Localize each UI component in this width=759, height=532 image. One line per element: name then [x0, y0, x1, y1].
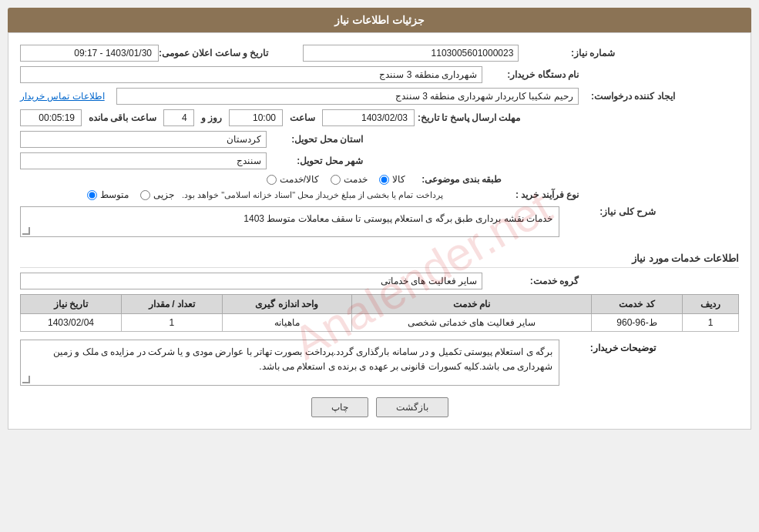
table-cell-row: 1 — [682, 314, 738, 332]
service-group-value: سایر فعالیت های خدماتی — [20, 273, 482, 289]
buyer-notes-value: برگه ی استعلام پیوستی تکمیل و در سامانه … — [20, 340, 559, 386]
print-button[interactable]: چاپ — [311, 397, 368, 417]
back-button[interactable]: بازگشت — [376, 397, 448, 417]
purchase-type-note: پرداخت تمام یا بخشی از مبلغ خریداز محل "… — [182, 190, 443, 200]
need-number-row: شماره نیاز: 1103005601000023 تاریخ و ساع… — [20, 45, 739, 62]
table-cell-name: سایر فعالیت های خدماتی شخصی — [351, 314, 592, 332]
buyer-org-row: نام دستگاه خریدار: شهرداری منطقه 3 سنندج — [20, 66, 739, 83]
reply-time-label: ساعت — [286, 112, 319, 123]
table-cell-date: 1403/02/04 — [21, 314, 122, 332]
city-row: شهر محل تحویل: سنندج — [20, 152, 739, 169]
purchase-type-radio-group: متوسط جزیی — [20, 189, 174, 200]
creator-value: رحیم شکیبا کاربردار شهرداری منطقه 3 سنند… — [116, 88, 579, 105]
city-label: شهر محل تحویل: — [267, 156, 367, 166]
need-description-value: خدمات نقشه برداری طبق برگه ی استعلام پیو… — [20, 206, 559, 237]
buyer-org-value: شهرداری منطقه 3 سنندج — [20, 66, 482, 83]
contact-link[interactable]: اطلاعات تماس خریدار — [20, 91, 105, 102]
category-radio-group: کالا/خدمت خدمت کالا — [20, 174, 405, 185]
table-header-unit: واحد اندازه گیری — [222, 295, 351, 314]
services-section-title: اطلاعات خدمات مورد نیاز — [20, 253, 739, 268]
province-value: کردستان — [20, 131, 267, 148]
purchase-type-row: نوع فرآیند خرید : متوسط جزیی پرداخت تمام… — [20, 189, 739, 200]
button-row: بازگشت چاپ — [20, 397, 739, 417]
category-option-khedmat[interactable]: خدمت — [331, 174, 368, 185]
buyer-notes-label: توضیحات خریدار: — [559, 340, 660, 353]
days-label: روز و — [197, 112, 226, 123]
reply-date-label: مهلت ارسال پاسخ تا تاریخ: — [418, 112, 524, 123]
purchase-type-label: نوع فرآیند خرید : — [482, 189, 583, 200]
category-label: طبقه بندی موضوعی: — [405, 174, 505, 185]
announcement-date-value: 1403/01/30 - 09:17 — [20, 45, 159, 62]
need-number-value: 1103005601000023 — [303, 45, 519, 62]
remaining-value: 00:05:19 — [20, 109, 82, 126]
category-option-kala-khedmat[interactable]: کالا/خدمت — [267, 174, 319, 185]
purchase-type-jozii[interactable]: جزیی — [140, 189, 174, 200]
province-row: استان محل تحویل: کردستان — [20, 131, 739, 148]
page-title: جزئیات اطلاعات نیاز — [334, 14, 425, 26]
need-description-label: شرح کلی نیاز: — [559, 206, 660, 217]
table-header-row: ردیف — [682, 295, 738, 314]
category-option-kala[interactable]: کالا — [379, 174, 405, 185]
resize-handle[interactable] — [22, 227, 30, 235]
city-value: سنندج — [20, 152, 267, 169]
table-header-name: نام خدمت — [351, 295, 592, 314]
table-cell-code: ط-96-960 — [592, 314, 683, 332]
remaining-label: ساعت باقی مانده — [85, 112, 160, 123]
table-row: 1ط-96-960سایر فعالیت های خدماتی شخصیماهی… — [21, 314, 739, 332]
purchase-type-motavasset[interactable]: متوسط — [87, 189, 129, 200]
table-cell-unit: ماهیانه — [222, 314, 351, 332]
category-row: طبقه بندی موضوعی: کالا/خدمت خدمت کالا — [20, 174, 739, 185]
announcement-date-label: تاریخ و ساعت اعلان عمومی: — [159, 48, 272, 59]
table-header-code: کد خدمت — [592, 295, 683, 314]
creator-row: ایجاد کننده درخواست: رحیم شکیبا کاربردار… — [20, 88, 739, 105]
reply-date-row: مهلت ارسال پاسخ تا تاریخ: 1403/02/03 ساع… — [20, 109, 739, 126]
buyer-notes-row: توضیحات خریدار: برگه ی استعلام پیوستی تک… — [20, 340, 739, 386]
table-cell-count: 1 — [121, 314, 222, 332]
need-description-row: شرح کلی نیاز: خدمات نقشه برداری طبق برگه… — [20, 206, 739, 243]
service-group-row: گروه خدمت: سایر فعالیت های خدماتی — [20, 273, 739, 289]
service-group-label: گروه خدمت: — [482, 276, 583, 286]
notes-resize-handle[interactable] — [22, 376, 30, 383]
days-value: 4 — [163, 109, 194, 126]
province-label: استان محل تحویل: — [267, 134, 367, 145]
reply-time-value: 10:00 — [229, 109, 283, 126]
table-header-date: تاریخ نیاز — [21, 295, 122, 314]
services-table: ردیف کد خدمت نام خدمت واحد اندازه گیری ت… — [20, 294, 739, 332]
reply-date-value: 1403/02/03 — [322, 109, 415, 126]
page-header: جزئیات اطلاعات نیاز — [8, 8, 751, 32]
creator-label: ایجاد کننده درخواست: — [579, 91, 679, 102]
buyer-org-label: نام دستگاه خریدار: — [482, 69, 583, 80]
need-number-label: شماره نیاز: — [519, 48, 619, 59]
table-header-count: تعداد / مقدار — [121, 295, 222, 314]
